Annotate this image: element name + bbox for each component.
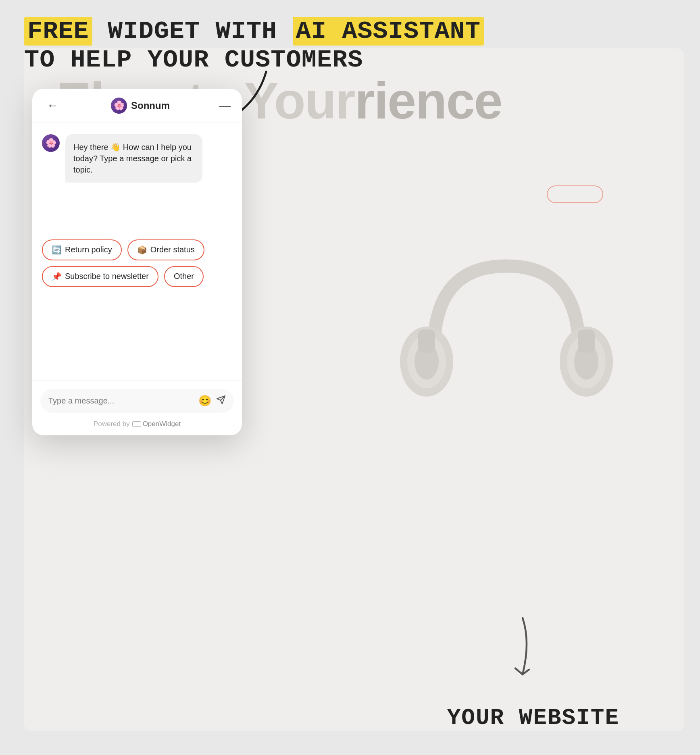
bot-avatar-icon: 🌸 xyxy=(114,100,125,111)
chat-input-area: 😊 xyxy=(32,381,242,417)
bg-pill-button xyxy=(547,185,603,203)
chat-header: ← 🌸 Sonnum — xyxy=(32,89,242,123)
highlight-ai: AI assistant xyxy=(293,17,484,46)
chat-messages: 🌸 Hey there 👋 How can I help you today? … xyxy=(32,123,242,239)
topic-btn-other[interactable]: Other xyxy=(164,266,204,287)
chat-spacer xyxy=(32,287,242,381)
topic-btn-order-status[interactable]: 📦 Order status xyxy=(127,239,204,260)
order-status-emoji: 📦 xyxy=(137,245,147,255)
powered-by-text: Powered by xyxy=(94,420,130,428)
annotation-line1: Free widget with AI assistant xyxy=(24,18,484,45)
svg-rect-6 xyxy=(418,330,435,353)
bottom-label: Your Website xyxy=(447,705,619,731)
return-policy-label: Return policy xyxy=(65,245,112,254)
topic-btn-return-policy[interactable]: 🔄 Return policy xyxy=(42,239,122,260)
bottom-annotation: Your Website xyxy=(447,705,619,731)
headphones-image xyxy=(361,202,652,476)
bot-message-row: 🌸 Hey there 👋 How can I help you today? … xyxy=(42,134,232,183)
back-button[interactable]: ← xyxy=(44,98,61,114)
chat-widget: ← 🌸 Sonnum — 🌸 Hey there 👋 How can I hel… xyxy=(32,89,242,435)
send-button[interactable] xyxy=(216,395,226,407)
ow-icon xyxy=(132,421,141,427)
newsletter-emoji: 📌 xyxy=(52,272,62,281)
openwidget-brand: OpenWidget xyxy=(143,420,181,428)
bot-name: Sonnum xyxy=(131,100,170,111)
emoji-button[interactable]: 😊 xyxy=(198,395,211,407)
topic-btn-newsletter[interactable]: 📌 Subscribe to newsletter xyxy=(42,266,158,287)
chat-input[interactable] xyxy=(48,396,194,406)
newsletter-label: Subscribe to newsletter xyxy=(65,272,149,281)
topic-buttons: 🔄 Return policy 📦 Order status 📌 Subscri… xyxy=(32,239,242,287)
other-label: Other xyxy=(174,272,194,281)
arrow-bottom xyxy=(490,610,555,691)
return-policy-emoji: 🔄 xyxy=(52,245,62,255)
msg-bot-avatar: 🌸 xyxy=(42,134,60,152)
svg-rect-7 xyxy=(578,330,595,353)
chat-input-row: 😊 xyxy=(40,389,234,413)
msg-avatar-icon: 🌸 xyxy=(46,138,56,148)
bot-avatar: 🌸 xyxy=(111,98,127,114)
order-status-label: Order status xyxy=(150,245,195,254)
openwidget-logo: OpenWidget xyxy=(132,420,181,428)
highlight-free: Free xyxy=(24,17,92,46)
minimize-button[interactable]: — xyxy=(219,100,231,111)
bot-message-bubble: Hey there 👋 How can I help you today? Ty… xyxy=(65,134,202,183)
chat-title-area: 🌸 Sonnum xyxy=(111,98,170,114)
chat-footer: Powered by OpenWidget xyxy=(32,417,242,435)
